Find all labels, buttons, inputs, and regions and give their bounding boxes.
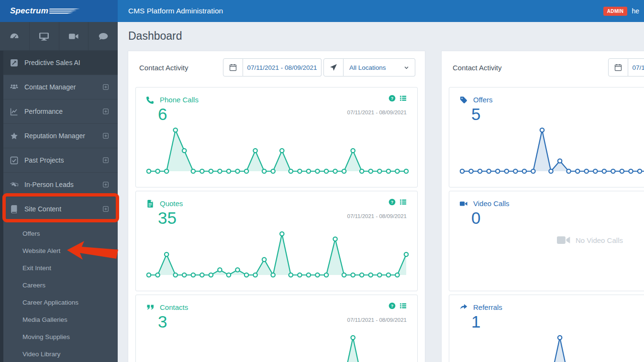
sidebar-item-label: Reputation Manager — [24, 132, 96, 140]
star-icon — [10, 132, 18, 140]
logo-swoosh-icon — [49, 8, 81, 15]
sidebar-item-label: Performance — [24, 108, 96, 115]
sidebar-edge-shadow — [0, 51, 3, 362]
video-camera-icon — [557, 233, 570, 247]
date-range-input[interactable] — [243, 58, 322, 77]
contact-activity-panel-left: Contact ActivityAll LocationsPhone Calls… — [128, 51, 425, 362]
location-select[interactable]: All Locations — [344, 58, 415, 77]
expand-icon — [102, 206, 109, 212]
dashboard-icon — [10, 32, 19, 41]
app-title: CMS Platform Administration — [128, 7, 223, 15]
handshake-icon — [10, 181, 18, 189]
svg-text:?: ? — [391, 304, 393, 308]
card-title: Quotes — [160, 199, 183, 208]
users-icon — [10, 83, 18, 91]
admin-badge: ADMIN — [603, 7, 628, 16]
chart-area — [146, 127, 407, 175]
brand-logo-text: Spectrum — [10, 6, 48, 16]
predictive-ai-icon — [10, 59, 18, 67]
expand-icon — [102, 132, 109, 139]
sidebar-item-reputation-manager[interactable]: Reputation Manager — [0, 124, 118, 148]
card-date-range: 07/11/2021 - 08/09/2021 — [347, 317, 407, 323]
location-arrow-icon — [330, 64, 337, 71]
line-chart-icon — [10, 108, 18, 116]
sidebar-item-predictive-sales-ai[interactable]: Predictive Sales AI — [0, 51, 118, 75]
panels-row: Contact ActivityAll LocationsPhone Calls… — [128, 51, 644, 362]
desktop-icon — [39, 32, 49, 41]
share-icon — [460, 304, 467, 311]
sidebar-subitem-label: Careers — [22, 282, 45, 289]
expand-icon — [102, 108, 109, 115]
card-metric-value: 5 — [471, 106, 480, 122]
activity-chart — [146, 127, 409, 175]
list-icon[interactable] — [400, 302, 407, 309]
activity-chart — [460, 127, 644, 175]
card-metric-value: 0 — [471, 209, 480, 226]
sidebar-item-label: Site Content — [24, 205, 96, 213]
calendar-icon — [614, 64, 622, 71]
calendar-button[interactable] — [223, 58, 243, 77]
sidebar-subitem-media-galleries[interactable]: Media Galleries — [0, 311, 118, 328]
expand-icon — [102, 84, 109, 90]
activity-chart — [146, 230, 409, 278]
sidebar-subitem-careers[interactable]: Careers — [0, 276, 118, 294]
activity-chart — [460, 334, 644, 362]
sidebar-submenu: OffersWebsite AlertExit IntentCareersCar… — [0, 221, 118, 362]
sidebar-tool-dashboard[interactable] — [0, 22, 30, 50]
sidebar-subitem-label: Offers — [22, 230, 40, 237]
card-title: Offers — [473, 96, 493, 104]
sidebar-subitem-label: Website Alert — [22, 247, 60, 254]
calendar-button[interactable] — [608, 58, 628, 77]
date-range-group — [608, 58, 644, 77]
sidebar-subitem-moving-supplies[interactable]: Moving Supplies — [0, 328, 118, 345]
sidebar-subitem-career-applications[interactable]: Career Applications — [0, 294, 118, 311]
card-metric-value: 1 — [471, 313, 480, 330]
expand-icon — [102, 181, 109, 188]
user-menu[interactable]: he — [632, 7, 639, 15]
sidebar-item-in-person-leads[interactable]: In-Person Leads — [0, 173, 118, 197]
sidebar-item-label: Predictive Sales AI — [24, 59, 109, 66]
sidebar-subitem-label: Career Applications — [22, 299, 78, 306]
topbar-right: ADMIN he — [603, 0, 639, 22]
sidebar-subitem-offers[interactable]: Offers — [0, 225, 118, 242]
sidebar-item-contact-manager[interactable]: Contact Manager — [0, 75, 118, 99]
chevron-down-icon — [404, 65, 409, 70]
sidebar-tool-video-camera[interactable] — [59, 22, 89, 50]
question-circle-icon[interactable]: ? — [389, 302, 396, 309]
location-arrow-button[interactable] — [323, 58, 344, 77]
phone-calls-card: Phone Calls607/11/2021 - 08/09/2021? — [135, 87, 418, 187]
sidebar-subitem-video-library[interactable]: Video Library — [0, 345, 118, 362]
sidebar-item-past-projects[interactable]: Past Projects — [0, 148, 118, 173]
card-title-row: Offers — [460, 96, 493, 104]
chart-area — [460, 127, 644, 175]
sidebar-subitem-label: Exit Intent — [22, 264, 51, 272]
panel-header: Contact ActivityAll Locations — [128, 51, 425, 83]
cards-column: Offers5Video Calls0No Video CallsReferra… — [442, 83, 644, 362]
brand-logo[interactable]: Spectrum — [0, 0, 118, 22]
card-title-row: Video Calls — [460, 199, 510, 208]
question-circle-icon[interactable]: ? — [389, 198, 396, 206]
sidebar-subitem-website-alert[interactable]: Website Alert — [0, 242, 118, 259]
card-actions: ? — [389, 95, 407, 102]
date-range-input[interactable] — [628, 58, 644, 77]
list-icon[interactable] — [400, 198, 407, 206]
question-circle-icon[interactable]: ? — [389, 95, 396, 102]
video-camera-icon — [460, 200, 467, 208]
card-metric-value: 3 — [158, 313, 167, 330]
sidebar-item-performance[interactable]: Performance — [0, 99, 118, 124]
svg-text:?: ? — [391, 200, 393, 205]
card-actions: ? — [389, 302, 407, 309]
offers-card: Offers5 — [449, 87, 644, 187]
panel-title: Contact Activity — [453, 64, 608, 72]
chart-area — [146, 334, 407, 362]
sidebar-tool-desktop[interactable] — [30, 22, 59, 50]
quotes-card: Quotes3507/11/2021 - 08/09/2021? — [135, 191, 418, 291]
list-icon[interactable] — [400, 95, 407, 102]
sidebar-subitem-exit-intent[interactable]: Exit Intent — [0, 259, 118, 276]
sidebar-menu: Predictive Sales AIContact ManagerPerfor… — [0, 51, 118, 221]
calendar-icon — [229, 64, 237, 71]
sidebar-tool-chat-bubble[interactable] — [89, 22, 118, 50]
contacts-card: Contacts307/11/2021 - 08/09/2021? — [135, 295, 418, 362]
sidebar-item-site-content[interactable]: Site Content — [0, 197, 118, 221]
location-group: All Locations — [323, 58, 415, 77]
